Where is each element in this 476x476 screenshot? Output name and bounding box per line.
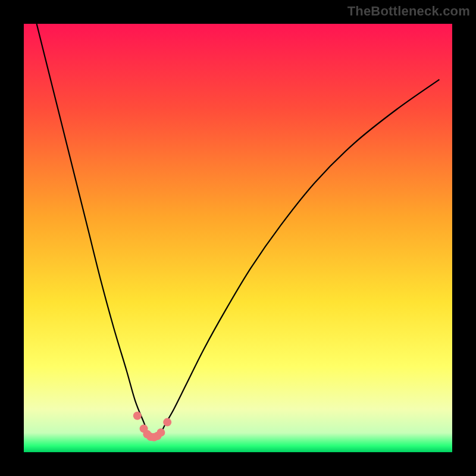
- curve-marker: [156, 428, 165, 437]
- curve-marker: [133, 412, 142, 420]
- bottleneck-chart: [24, 24, 452, 452]
- curve-marker: [163, 418, 171, 427]
- watermark-text: TheBottleneck.com: [347, 4, 470, 19]
- plot-area: [24, 24, 452, 452]
- chart-container: TheBottleneck.com: [0, 0, 476, 476]
- gradient-background: [24, 24, 452, 452]
